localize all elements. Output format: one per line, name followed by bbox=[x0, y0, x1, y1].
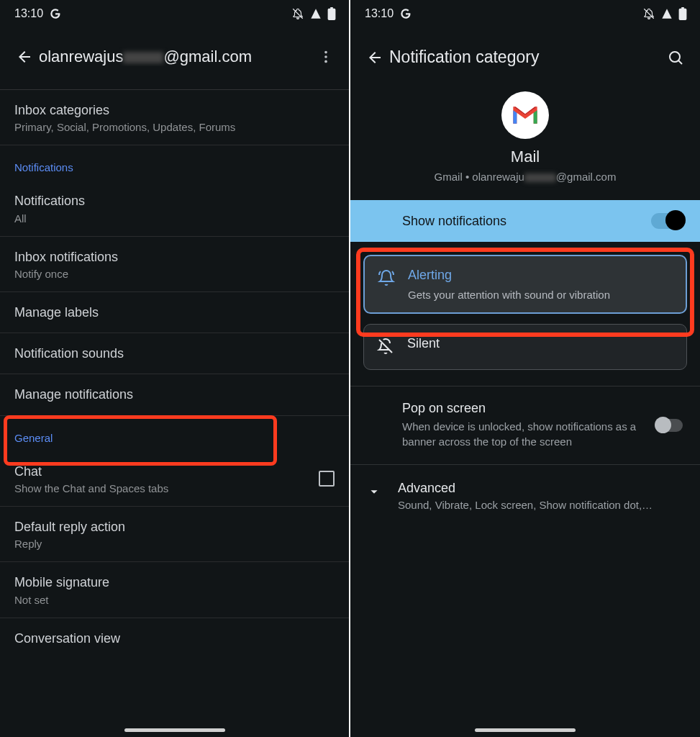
google-icon bbox=[399, 7, 412, 20]
svg-text:x: x bbox=[318, 9, 320, 13]
bell-off-icon bbox=[377, 336, 396, 358]
signal-icon bbox=[661, 8, 673, 19]
option-title: Alerting bbox=[408, 268, 610, 283]
top-bar: Notification category bbox=[350, 27, 700, 84]
row-pop-on-screen[interactable]: Pop on screen When device is unlocked, s… bbox=[350, 386, 700, 464]
section-general: General bbox=[0, 416, 349, 451]
battery-icon bbox=[327, 7, 336, 20]
row-conversation-view[interactable]: Conversation view bbox=[0, 618, 349, 659]
app-header: Mail Gmail • olanrewaju@gmail.com bbox=[350, 84, 700, 200]
row-manage-labels[interactable]: Manage labels bbox=[0, 292, 349, 333]
app-subtitle: Gmail • olanrewaju@gmail.com bbox=[365, 171, 686, 183]
battery-icon bbox=[678, 7, 687, 20]
notifications-off-icon bbox=[291, 7, 304, 20]
row-inbox-categories[interactable]: Inbox categories Primary, Social, Promot… bbox=[0, 90, 349, 145]
redacted-text bbox=[524, 173, 556, 182]
option-alerting[interactable]: Alerting Gets your attention with sound … bbox=[363, 255, 687, 314]
back-button[interactable] bbox=[360, 49, 389, 66]
right-phone-screen: 13:10 Notification category bbox=[350, 0, 700, 737]
svg-point-1 bbox=[324, 51, 327, 54]
status-bar: 13:10 bbox=[350, 0, 700, 27]
page-title: Notification category bbox=[389, 48, 661, 67]
pop-on-screen-toggle[interactable] bbox=[655, 419, 683, 432]
notifications-off-icon bbox=[642, 7, 655, 20]
option-title: Silent bbox=[407, 336, 440, 351]
row-mobile-signature[interactable]: Mobile signature Not set bbox=[0, 562, 349, 618]
signal-icon: x bbox=[310, 8, 322, 19]
row-advanced[interactable]: Advanced Sound, Vibrate, Lock screen, Sh… bbox=[350, 465, 700, 527]
row-manage-notifications[interactable]: Manage notifications bbox=[0, 374, 349, 415]
gmail-app-icon bbox=[501, 91, 549, 139]
row-inbox-notifications[interactable]: Inbox notifications Notify once bbox=[0, 237, 349, 292]
row-chat[interactable]: Chat Show the Chat and Spaces tabs bbox=[0, 451, 349, 507]
app-name: Mail bbox=[365, 148, 686, 166]
top-bar: olanrewajus@gmail.com bbox=[0, 27, 349, 83]
bell-ring-icon bbox=[378, 268, 396, 289]
page-title: olanrewajus@gmail.com bbox=[39, 48, 313, 66]
more-button[interactable] bbox=[313, 49, 339, 65]
back-button[interactable] bbox=[10, 48, 39, 65]
nav-handle[interactable] bbox=[124, 728, 225, 732]
show-notifications-row[interactable]: Show notifications bbox=[350, 200, 700, 242]
left-phone-screen: 13:10 x olanrewajus@gmail.com bbox=[0, 0, 350, 737]
redacted-text bbox=[123, 52, 163, 63]
status-time: 13:10 bbox=[14, 7, 43, 20]
chevron-down-icon bbox=[363, 481, 385, 502]
row-default-reply[interactable]: Default reply action Reply bbox=[0, 507, 349, 562]
option-subtitle: Gets your attention with sound or vibrat… bbox=[408, 289, 610, 301]
svg-point-3 bbox=[324, 60, 327, 63]
google-icon bbox=[49, 7, 62, 20]
show-notifications-toggle[interactable] bbox=[651, 213, 683, 229]
status-bar: 13:10 x bbox=[0, 0, 349, 27]
search-button[interactable] bbox=[661, 49, 690, 66]
section-notifications: Notifications bbox=[0, 145, 349, 181]
chat-checkbox[interactable] bbox=[319, 471, 335, 487]
status-time: 13:10 bbox=[365, 7, 394, 20]
row-notifications[interactable]: Notifications All bbox=[0, 181, 349, 236]
option-silent[interactable]: Silent bbox=[363, 324, 687, 370]
nav-handle[interactable] bbox=[475, 728, 576, 732]
svg-point-4 bbox=[670, 52, 680, 62]
row-notification-sounds[interactable]: Notification sounds bbox=[0, 333, 349, 374]
show-notifications-label: Show notifications bbox=[402, 214, 506, 229]
svg-point-2 bbox=[324, 55, 327, 58]
